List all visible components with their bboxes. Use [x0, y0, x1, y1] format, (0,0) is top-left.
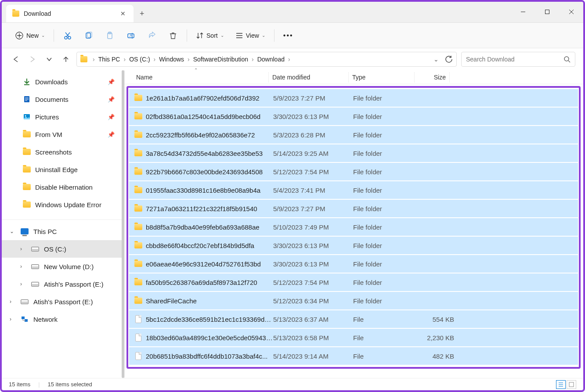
copy-button[interactable] [79, 29, 98, 42]
large-icons-view-button[interactable] [567, 380, 576, 389]
sidebar-item[interactable]: Disable Hibernation [2, 178, 124, 196]
arrow-right-icon [29, 56, 36, 63]
breadcrumb-segment[interactable]: OS (C:) [126, 56, 152, 63]
column-headers: ⌃ Name Date modified Type Size [125, 70, 583, 84]
forward-button[interactable] [26, 53, 39, 65]
arrow-up-icon [62, 56, 69, 63]
cut-button[interactable] [58, 29, 77, 42]
paste-button[interactable] [101, 29, 119, 42]
new-tab-button[interactable]: + [134, 5, 151, 22]
view-button[interactable]: View ⌄ [231, 29, 270, 42]
svg-text:A: A [130, 33, 132, 38]
file-row[interactable]: SharedFileCache5/12/2023 6:34 PMFile fol… [129, 292, 578, 309]
minimize-button[interactable] [511, 1, 535, 22]
breadcrumb-segment[interactable]: SoftwareDistribution [191, 56, 251, 63]
column-date[interactable]: Date modified [269, 72, 349, 83]
delete-button[interactable] [164, 29, 182, 42]
tree-item[interactable]: ›OS (C:) [2, 240, 124, 258]
tree-item[interactable]: ›Network [2, 310, 124, 328]
new-button[interactable]: New ⌄ [11, 29, 49, 43]
file-row[interactable]: 922b79b6667c803e00bde243693d45085/12/202… [129, 163, 578, 180]
folder-icon [23, 184, 31, 190]
up-button[interactable] [60, 53, 72, 65]
file-row[interactable]: 5bc1c2dcde336ce8591b21ec1c193369d7...5/1… [129, 310, 578, 328]
breadcrumb[interactable]: › This PC›OS (C:)›Windows›SoftwareDistri… [76, 52, 457, 67]
close-button[interactable] [559, 1, 583, 22]
more-button[interactable]: ••• [279, 29, 298, 42]
column-size[interactable]: Size [415, 72, 450, 83]
folder-icon [134, 113, 142, 119]
expand-icon[interactable]: › [10, 298, 16, 305]
tree-item[interactable]: ⌄This PC [2, 223, 124, 240]
sort-button[interactable]: Sort ⌄ [191, 29, 228, 42]
file-type: File folder [353, 297, 419, 305]
expand-icon[interactable]: › [20, 246, 26, 252]
details-view-button[interactable] [556, 380, 566, 389]
file-date: 5/13/2023 6:58 PM [273, 334, 353, 342]
sidebar-item[interactable]: Pictures📌 [2, 108, 124, 126]
back-button[interactable] [10, 53, 22, 65]
sidebar-item[interactable]: From VM📌 [2, 126, 124, 143]
file-name: 02fbd3861a0a12540c41a5dd9becb06d [146, 113, 273, 120]
file-row[interactable]: 2cc59232ffb5f66b4e9f02a065836e725/3/2023… [129, 126, 578, 144]
expand-icon[interactable]: › [10, 316, 16, 322]
window-controls [511, 1, 583, 22]
breadcrumb-segment[interactable]: Download [255, 56, 287, 63]
file-name: 20b6851b9a83bdffc6f4ddb1073a3baf4c... [146, 352, 273, 360]
titlebar: Download ✕ + [2, 2, 583, 23]
file-row[interactable]: fa50b95c263876a69da5f8973a12f7205/12/202… [129, 273, 578, 291]
search-input[interactable] [466, 56, 563, 63]
rename-button[interactable]: A [122, 29, 140, 42]
expand-icon[interactable]: ⌄ [10, 228, 16, 234]
maximize-button[interactable] [535, 1, 559, 22]
file-row[interactable]: 18b03ed60a9a4899c1e30e0e5cde05943e...5/1… [129, 329, 578, 346]
expand-icon[interactable]: › [20, 281, 26, 287]
file-row[interactable]: 3a78c54d34732d55e4ab6283ee35be535/14/202… [129, 144, 578, 162]
sidebar-item[interactable]: Screenshots [2, 143, 124, 161]
sidebar-item[interactable]: Windows Update Error [2, 196, 124, 213]
file-row[interactable]: 02fbd3861a0a12540c41a5dd9becb06d3/30/202… [129, 108, 578, 125]
file-row[interactable]: e06aeae46e96c9312e04d752761f53bd3/30/202… [129, 255, 578, 273]
tree-item[interactable]: ›New Volume (D:) [2, 258, 124, 275]
tree-item[interactable]: ›Atish's Passport (E:) [2, 293, 124, 310]
file-row[interactable]: 01955faac330d8981c16e8b9e08a9b4a5/4/2023… [129, 181, 578, 199]
file-row[interactable]: 20b6851b9a83bdffc6f4ddb1073a3baf4c...5/1… [129, 347, 578, 365]
sidebar-item-label: Downloads [35, 78, 68, 86]
tree-item[interactable]: ›Atish's Passport (E:) [2, 275, 124, 293]
rename-icon: A [127, 32, 135, 40]
file-size: 2,230 KB [419, 334, 454, 342]
file-name: SharedFileCache [146, 297, 273, 305]
file-name: b8d8f5a7b9dba40e99feb6a693a688ae [146, 223, 273, 231]
sidebar-item[interactable]: Uninstall Edge [2, 161, 124, 178]
file-row[interactable]: 1e261a1b7aa61a6f7902efd506d7d3925/9/2023… [129, 89, 578, 107]
column-type[interactable]: Type [349, 72, 415, 83]
file-name: 01955faac330d8981c16e8b9e08a9b4a [146, 187, 273, 194]
file-date: 5/14/2023 9:25 AM [273, 150, 353, 157]
minimize-icon [520, 9, 526, 14]
file-row[interactable]: 7271a7a063211f221c322f18f5b915405/9/2023… [129, 200, 578, 217]
sidebar-item[interactable]: Documents📌 [2, 90, 124, 108]
navigation-pane[interactable]: Downloads📌Documents📌Pictures📌From VM📌Scr… [2, 70, 125, 378]
folder-icon [134, 205, 142, 212]
chevron-down-icon[interactable]: ⌄ [433, 56, 439, 63]
active-tab[interactable]: Download ✕ [6, 5, 134, 22]
file-row[interactable]: cbbd8e66f04bccf20c7ebf184b9d5dfa3/30/202… [129, 237, 578, 254]
recent-button[interactable] [43, 53, 55, 65]
share-button[interactable] [143, 29, 161, 42]
sidebar-item-label: Screenshots [35, 148, 72, 156]
expand-icon[interactable]: › [20, 263, 26, 270]
sidebar-item[interactable]: Downloads📌 [2, 73, 124, 90]
close-tab-button[interactable]: ✕ [117, 8, 129, 19]
column-name[interactable]: ⌃ Name [133, 72, 269, 83]
status-selected-count: 15 items selected [48, 381, 92, 388]
search-box[interactable] [461, 52, 575, 67]
breadcrumb-segment[interactable]: This PC [96, 56, 123, 63]
chevron-right-icon: › [92, 56, 96, 63]
file-type: File folder [353, 113, 419, 120]
refresh-icon[interactable] [445, 55, 453, 63]
svg-rect-1 [545, 10, 549, 14]
breadcrumb-segment[interactable]: Windows [156, 56, 187, 63]
file-list[interactable]: 1e261a1b7aa61a6f7902efd506d7d3925/9/2023… [125, 84, 583, 378]
file-row[interactable]: b8d8f5a7b9dba40e99feb6a693a688ae5/10/202… [129, 218, 578, 236]
chevron-right-icon: › [187, 56, 191, 63]
